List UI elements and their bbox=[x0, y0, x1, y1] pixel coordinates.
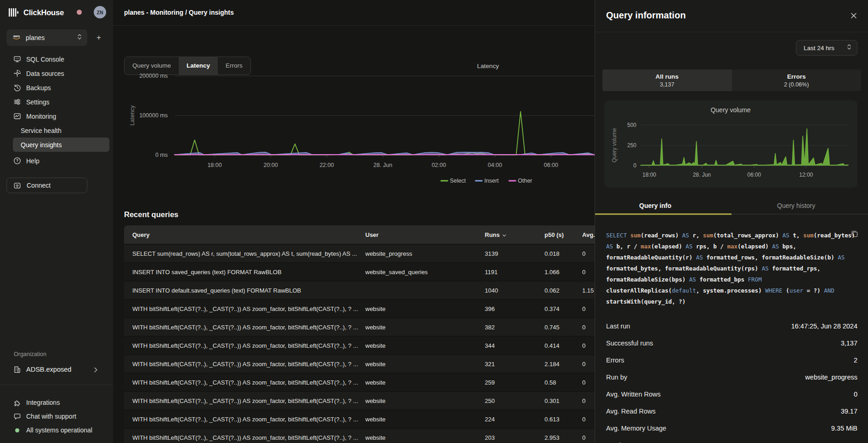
svg-text:28. Jun: 28. Jun bbox=[693, 172, 711, 178]
cell-p50: 1.066 bbox=[545, 269, 582, 276]
cell-user: website bbox=[365, 361, 485, 368]
time-range-select[interactable]: Last 24 hrs bbox=[796, 40, 857, 56]
backups-icon bbox=[13, 84, 21, 92]
svg-text:18:00: 18:00 bbox=[207, 162, 221, 168]
cell-runs: 344 bbox=[485, 342, 545, 349]
svg-text:250: 250 bbox=[627, 142, 636, 149]
cell-query: WITH bitShiftLeft(CAST(?..), _CAST(?..))… bbox=[124, 397, 365, 404]
cell-query: WITH bitShiftLeft(CAST(?..), _CAST(?..))… bbox=[124, 361, 365, 368]
column-header-user[interactable]: User bbox=[365, 231, 485, 238]
clickhouse-console: ClickHouse ZN aws planes + SQL ConsoleDa… bbox=[0, 0, 868, 443]
svg-text:04:00: 04:00 bbox=[488, 162, 502, 168]
chevron-updown-icon bbox=[847, 44, 851, 52]
cell-runs: 1040 bbox=[485, 287, 545, 294]
sidebar-item-label: Data sources bbox=[26, 70, 64, 77]
close-icon[interactable] bbox=[849, 11, 858, 20]
time-range-value: Last 24 hrs bbox=[804, 45, 847, 52]
cell-user: website_saved_queries bbox=[365, 269, 485, 276]
sidebar-item-label: Help bbox=[26, 157, 40, 165]
sql-query-text: SELECT sum(read_rows) AS r, sum(total_ro… bbox=[606, 230, 857, 307]
sidebar-divider bbox=[0, 385, 113, 385]
puzzle-icon bbox=[13, 399, 21, 407]
cell-runs: 321 bbox=[485, 361, 545, 368]
panel-header: Query information bbox=[595, 0, 868, 32]
panel-tabs: Query info Query history bbox=[595, 199, 868, 214]
tab-query-history[interactable]: Query history bbox=[777, 199, 815, 214]
connect-label: Connect bbox=[27, 182, 51, 189]
sidebar-item-data-sources[interactable]: Data sources bbox=[0, 66, 113, 81]
svg-text:22:00: 22:00 bbox=[319, 162, 334, 168]
add-service-button[interactable]: + bbox=[96, 33, 101, 42]
help-icon: ? bbox=[13, 157, 21, 165]
tab-query-info[interactable]: Query info bbox=[639, 199, 671, 214]
sidebar-item-sql-console[interactable]: SQL Console bbox=[0, 52, 113, 66]
cell-query: INSERT INTO saved_queries (text) FORMAT … bbox=[124, 269, 365, 276]
copy-icon[interactable] bbox=[851, 230, 859, 238]
sidebar-item-service-health[interactable]: Service health bbox=[0, 123, 113, 138]
stat-row-last-run: Last run16:47:25, Jun 28 2024 bbox=[606, 317, 857, 334]
cell-p50: 0.58 bbox=[545, 379, 582, 386]
sidebar-item-monitoring[interactable]: Monitoring bbox=[0, 109, 113, 123]
cell-query: INSERT INTO default.saved_queries (text)… bbox=[124, 287, 365, 294]
cell-query: WITH bitShiftLeft(CAST(?..), _CAST(?..))… bbox=[124, 342, 365, 349]
clickhouse-logo[interactable]: ClickHouse bbox=[8, 6, 64, 19]
cell-runs: 250 bbox=[485, 397, 545, 404]
cell-p50: 0.613 bbox=[545, 416, 582, 423]
stat-row-successful-runs: Successful runs3,137 bbox=[606, 334, 857, 351]
errors-toggle[interactable]: Errors 2 (0.06%) bbox=[732, 69, 862, 91]
all-runs-toggle[interactable]: All runs 3,137 bbox=[602, 69, 732, 91]
query-volume-chart[interactable]: 025050018:0028. Jun06:0012:00Query volum… bbox=[604, 100, 857, 188]
all-runs-label: All runs bbox=[656, 73, 679, 80]
cell-user: website bbox=[365, 416, 485, 423]
cell-query: WITH bitShiftLeft(CAST(?..), _CAST(?..))… bbox=[124, 305, 365, 312]
svg-text:500: 500 bbox=[627, 122, 636, 128]
stat-row-errors: Errors2 bbox=[606, 351, 857, 368]
footer-item-label: All systems operational bbox=[26, 426, 92, 434]
svg-text:Latency: Latency bbox=[129, 105, 136, 126]
sidebar-item-help[interactable]: ?Help bbox=[0, 154, 113, 168]
sidebar-item-label: Service health bbox=[21, 127, 62, 134]
svg-text:Latency: Latency bbox=[477, 63, 499, 69]
query-volume-chart-svg: 025050018:0028. Jun06:0012:00Query volum… bbox=[604, 100, 857, 188]
connect-button[interactable]: Connect bbox=[6, 178, 87, 193]
service-selector[interactable]: aws planes bbox=[6, 29, 87, 46]
recent-queries-title: Recent queries bbox=[124, 210, 178, 219]
cell-runs: 396 bbox=[485, 305, 545, 312]
svg-text:Query volume: Query volume bbox=[611, 128, 618, 162]
sidebar-footer: IntegrationsChat with supportAll systems… bbox=[0, 396, 113, 437]
svg-text:200000 ms: 200000 ms bbox=[139, 73, 168, 79]
avatar[interactable]: ZN bbox=[94, 6, 106, 18]
sidebar-item-all-systems-operational[interactable]: All systems operational bbox=[0, 423, 113, 437]
cell-p50: 0.374 bbox=[545, 305, 582, 312]
column-header-p50-s-[interactable]: p50 (s) bbox=[545, 231, 582, 238]
clickhouse-logo-icon bbox=[8, 8, 19, 17]
sidebar-item-settings[interactable]: Settings bbox=[0, 95, 113, 109]
svg-text:Other: Other bbox=[518, 178, 532, 184]
sidebar-item-label: Backups bbox=[26, 84, 51, 92]
svg-text:06:00: 06:00 bbox=[544, 162, 558, 168]
status-dot-icon[interactable] bbox=[77, 10, 82, 15]
sidebar-item-query-insights[interactable]: Query insights bbox=[13, 138, 109, 152]
cell-p50: 2.184 bbox=[545, 361, 582, 368]
sidebar-item-label: Monitoring bbox=[26, 113, 56, 120]
settings-icon bbox=[13, 98, 21, 106]
cell-query: SELECT sum(read_rows) AS r, sum(total_ro… bbox=[124, 250, 365, 257]
cell-user: website bbox=[365, 379, 485, 386]
stat-row-p50-latency: p50 latency0.018s bbox=[606, 437, 857, 443]
sidebar-item-label: Settings bbox=[26, 98, 50, 106]
data-sources-icon bbox=[13, 69, 21, 77]
service-name: planes bbox=[26, 34, 77, 41]
column-header-query[interactable]: Query bbox=[124, 231, 365, 238]
stat-row-avg-memory-usage: Avg. Memory Usage9.35 MiB bbox=[606, 420, 857, 437]
cell-p50: 0.018 bbox=[545, 250, 582, 257]
connect-icon bbox=[13, 182, 21, 190]
errors-label: Errors bbox=[787, 73, 806, 80]
sidebar-item-backups[interactable]: Backups bbox=[0, 81, 113, 95]
sidebar-item-chat-with-support[interactable]: Chat with support bbox=[0, 409, 113, 423]
stat-row-avg-read-rows: Avg. Read Rows39.17 bbox=[606, 403, 857, 420]
svg-text:02:00: 02:00 bbox=[431, 162, 446, 168]
sidebar-item-integrations[interactable]: Integrations bbox=[0, 396, 113, 409]
organization-selector[interactable]: ADSB.exposed bbox=[0, 363, 113, 376]
column-header-runs[interactable]: Runs bbox=[485, 231, 545, 238]
green-dot-icon bbox=[13, 426, 21, 434]
